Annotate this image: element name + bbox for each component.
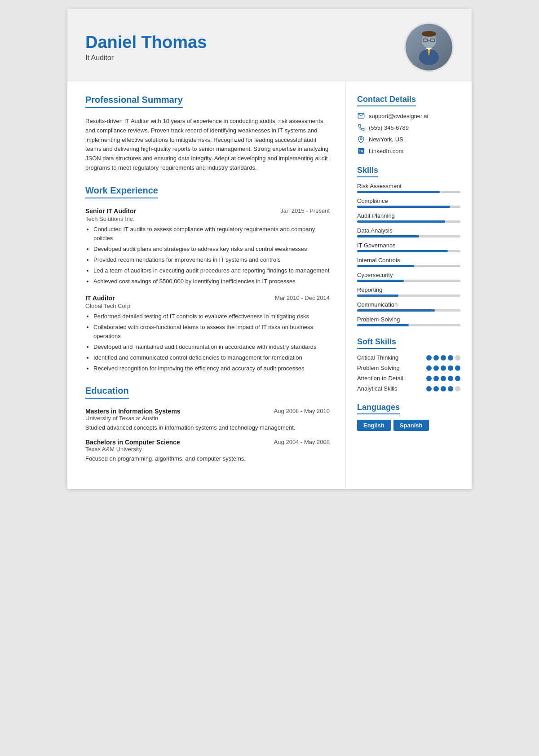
contact-location: NewYork, US: [357, 135, 460, 143]
skill-name: Cybersecurity: [357, 272, 460, 278]
filled-dot: [455, 376, 460, 381]
summary-title: Professional Summary: [85, 95, 183, 108]
skill-dots: [426, 365, 460, 371]
soft-skill-item: Problem Solving: [357, 365, 460, 371]
job-header: IT Auditor Mar 2010 - Dec 2014: [85, 294, 330, 302]
filled-dot: [426, 376, 432, 381]
skill-name: Data Analysis: [357, 227, 460, 234]
phone-icon: [357, 123, 365, 132]
skills-section: Skills Risk Assessment Compliance Audit …: [357, 166, 460, 326]
skill-bar-fill: [357, 206, 450, 208]
header-text: Daniel Thomas It Auditor: [85, 33, 391, 62]
edu-entry: Bachelors in Computer Science Aug 2004 -…: [85, 439, 330, 463]
skill-name: Audit Planning: [357, 212, 460, 219]
job-title: IT Auditor: [85, 294, 115, 302]
left-column: Professional Summary Results-driven IT A…: [67, 81, 346, 489]
contact-title: Contact Details: [357, 95, 416, 106]
linkedin-value: LinkedIn.com: [369, 148, 403, 154]
job-bullet: Achieved cost savings of $500,000 by ide…: [93, 277, 330, 286]
skill-item: Reporting: [357, 286, 460, 297]
edu-container: Masters in Information Systems Aug 2008 …: [85, 408, 330, 463]
job-bullet: Received recognition for improving the e…: [93, 364, 330, 373]
job-bullet: Led a team of auditors in executing audi…: [93, 266, 330, 275]
summary-title-block: Professional Summary: [85, 95, 330, 111]
filled-dot: [455, 365, 460, 371]
body-content: Professional Summary Results-driven IT A…: [67, 81, 472, 489]
education-section: Education Masters in Information Systems…: [85, 386, 330, 463]
edu-date: Aug 2004 - May 2008: [274, 439, 330, 445]
skill-bar-fill: [357, 235, 419, 237]
skill-bar-bg: [357, 220, 460, 223]
summary-text: Results-driven IT Auditor with 10 years …: [85, 117, 330, 173]
edu-degree: Masters in Information Systems: [85, 408, 181, 415]
skill-item: Internal Controls: [357, 257, 460, 267]
candidate-name: Daniel Thomas: [85, 33, 391, 52]
soft-skill-item: Critical Thinking: [357, 354, 460, 361]
skill-item: Problem-Solving: [357, 316, 460, 326]
contact-email: support@cvdesigner.ai: [357, 112, 460, 120]
svg-point-4: [422, 31, 436, 37]
skill-item: Audit Planning: [357, 212, 460, 223]
empty-dot: [455, 386, 460, 391]
skill-bar-bg: [357, 250, 460, 252]
skill-bar-fill: [357, 280, 404, 282]
soft-skills-title: Soft Skills: [357, 337, 396, 349]
education-title: Education: [85, 386, 129, 399]
filled-dot: [426, 386, 432, 391]
skill-dots: [426, 386, 460, 391]
soft-skill-name: Critical Thinking: [357, 354, 398, 361]
right-column: Contact Details support@cvdesigner.ai (5…: [346, 81, 472, 489]
skill-bar-fill: [357, 309, 435, 312]
work-title-block: Work Experience: [85, 185, 330, 202]
skill-bar-bg: [357, 206, 460, 208]
email-icon: [357, 112, 365, 120]
soft-skill-name: Attention to Detail: [357, 375, 403, 382]
language-tag: English: [357, 420, 391, 431]
filled-dot: [448, 355, 453, 360]
job-bullet: Performed detailed testing of IT control…: [93, 312, 330, 321]
filled-dot: [433, 365, 439, 371]
languages-section: Languages EnglishSpanish: [357, 403, 460, 431]
edu-entry: Masters in Information Systems Aug 2008 …: [85, 408, 330, 432]
edu-degree: Bachelors in Computer Science: [85, 439, 180, 446]
job-date: Jan 2015 - Present: [280, 207, 330, 214]
skill-name: Risk Assessment: [357, 183, 460, 189]
filled-dot: [448, 376, 453, 381]
filled-dot: [448, 365, 453, 371]
skill-bar-bg: [357, 265, 460, 267]
soft-skill-name: Analytical Skills: [357, 385, 398, 392]
skill-bar-bg: [357, 324, 460, 326]
jobs-container: Senior IT Auditor Jan 2015 - Present Tec…: [85, 207, 330, 374]
work-section: Work Experience Senior IT Auditor Jan 20…: [85, 185, 330, 374]
soft-skill-item: Attention to Detail: [357, 375, 460, 382]
work-title: Work Experience: [85, 185, 158, 198]
location-value: NewYork, US: [369, 136, 403, 143]
job-entry: IT Auditor Mar 2010 - Dec 2014 Global Te…: [85, 294, 330, 374]
edu-school: University of Texas at Austin: [85, 415, 330, 422]
job-bullet: Collaborated with cross-functional teams…: [93, 323, 330, 341]
skill-name: Internal Controls: [357, 257, 460, 264]
skill-item: Risk Assessment: [357, 183, 460, 193]
edu-desc: Studied advanced concepts in information…: [85, 423, 330, 432]
skill-item: Cybersecurity: [357, 272, 460, 282]
skill-name: Problem-Solving: [357, 316, 460, 323]
skill-dots: [426, 355, 460, 360]
skill-name: Communication: [357, 301, 460, 308]
skill-bar-fill: [357, 220, 445, 223]
job-bullets: Performed detailed testing of IT control…: [85, 312, 330, 374]
svg-point-10: [360, 138, 362, 140]
skill-name: Compliance: [357, 198, 460, 204]
skill-bar-bg: [357, 280, 460, 282]
filled-dot: [426, 365, 432, 371]
edu-header: Bachelors in Computer Science Aug 2004 -…: [85, 439, 330, 446]
phone-value: (555) 345-6789: [369, 124, 409, 131]
skill-bar-bg: [357, 191, 460, 193]
edu-school: Texas A&M University: [85, 446, 330, 453]
filled-dot: [433, 355, 439, 360]
job-bullets: Conducted IT audits to assess compliance…: [85, 225, 330, 286]
edu-date: Aug 2008 - May 2010: [274, 408, 330, 414]
skill-dots: [426, 376, 460, 381]
skill-item: Communication: [357, 301, 460, 312]
empty-dot: [455, 355, 460, 360]
summary-section: Professional Summary Results-driven IT A…: [85, 95, 330, 173]
